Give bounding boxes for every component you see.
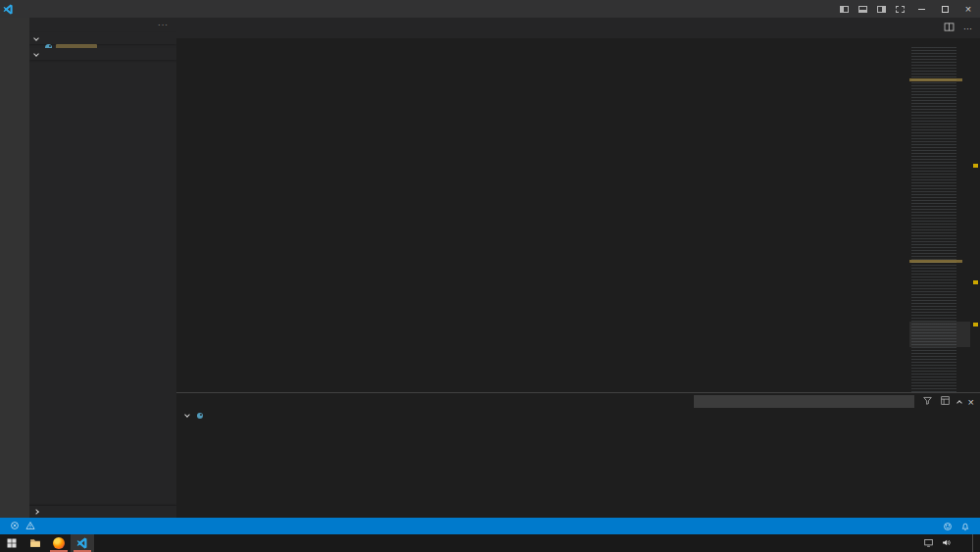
toggle-sidebar-icon[interactable] (840, 6, 849, 13)
file-explorer-icon[interactable] (24, 534, 47, 552)
toggle-secondary-sidebar-icon[interactable] (877, 6, 886, 13)
feedback-icon[interactable] (939, 522, 956, 531)
close-button[interactable]: × (956, 0, 980, 18)
network-icon[interactable] (923, 537, 934, 550)
editor-tab-bar: ··· (176, 18, 980, 38)
chevron-down-icon (33, 35, 39, 41)
warning-marker (973, 164, 978, 168)
vertical-scrollbar[interactable] (970, 47, 980, 392)
chevron-right-icon (33, 509, 39, 515)
customize-layout-icon[interactable] (896, 6, 905, 13)
panel-header: × (176, 393, 980, 410)
lua-file-icon (197, 413, 203, 419)
bell-icon[interactable] (956, 522, 974, 531)
warning-marker (973, 280, 978, 284)
chevron-down-icon (33, 51, 39, 57)
close-panel-icon[interactable]: × (968, 397, 974, 407)
firefox-icon[interactable] (47, 534, 71, 552)
lua-file-icon (45, 44, 52, 48)
minimize-button[interactable] (909, 0, 933, 18)
code-editor[interactable] (176, 47, 980, 392)
timeline-section-header[interactable] (29, 506, 176, 518)
outline-section-header[interactable] (29, 48, 176, 60)
start-button[interactable] (0, 534, 24, 552)
more-actions-icon[interactable]: ··· (963, 24, 972, 33)
problems-status[interactable] (6, 521, 42, 532)
volume-icon[interactable] (941, 537, 952, 550)
more-actions-icon[interactable]: ··· (158, 21, 169, 29)
minimap[interactable] (909, 47, 970, 392)
open-in-editor-icon[interactable] (940, 395, 951, 408)
workspace-section-header[interactable] (29, 32, 176, 44)
split-editor-icon[interactable] (943, 21, 956, 35)
clipped-filename (56, 44, 97, 48)
status-bar (0, 518, 980, 534)
warning-marker (973, 323, 978, 326)
minimap-highlight (909, 260, 962, 263)
title-bar: × (0, 0, 980, 18)
vscode-window: × ··· (0, 0, 980, 552)
bottom-panel: × (176, 392, 980, 518)
system-tray (916, 534, 980, 552)
maximize-button[interactable] (933, 0, 956, 18)
windows-taskbar (0, 534, 980, 552)
filter-icon[interactable] (922, 395, 933, 408)
window-controls: × (835, 0, 980, 18)
vscode-taskbar-icon[interactable] (71, 534, 94, 552)
vscode-logo-icon[interactable] (0, 4, 16, 15)
minimap-viewport[interactable] (909, 322, 970, 347)
chevron-down-icon (184, 412, 190, 418)
activity-bar (0, 18, 29, 518)
problems-view (176, 410, 980, 518)
show-desktop-button[interactable] (972, 534, 976, 552)
maximize-panel-icon[interactable] (956, 400, 962, 406)
toggle-panel-icon[interactable] (858, 6, 867, 13)
breadcrumb (176, 38, 980, 47)
problems-filter-input[interactable] (694, 395, 914, 408)
problems-file-group[interactable] (176, 410, 980, 421)
explorer-sidebar: ··· (29, 18, 176, 518)
minimap-highlight (909, 78, 962, 81)
warning-icon (25, 521, 35, 532)
error-icon (10, 521, 20, 532)
